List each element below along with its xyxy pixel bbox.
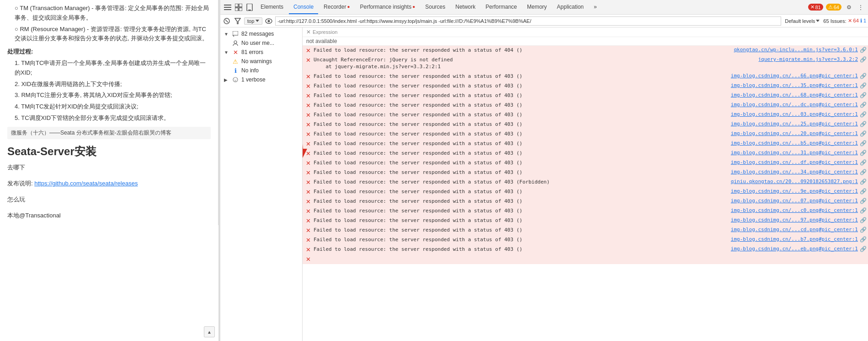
external-link-icon[interactable]: 🔗 [860,47,866,53]
row-message: Failed to load resource: the server resp… [314,217,727,224]
top-context-selector[interactable]: top [244,17,262,25]
external-link-icon[interactable]: 🔗 [860,130,866,137]
row-link[interactable]: img-blog.csdnimg.cn/...07.png#pic_center… [731,198,858,204]
row-link[interactable]: img-blog.csdnimg.cn/...b7.png#pic_center… [731,236,858,242]
row-link[interactable]: img-blog.csdnimg.cn/...20.png#pic_center… [731,130,858,136]
tab-network[interactable]: Network [451,0,480,14]
row-message: Failed to load resource: the server resp… [314,111,727,118]
left-content-panel: ○ TM (Transaction Manager) - 事务管理器: 定义全局… [0,0,218,225]
external-link-icon[interactable]: 🔗 [860,159,866,166]
console-row: ✕ Failed to load resource: the server re… [303,101,868,110]
row-link[interactable]: img-blog.csdnimg.cn/...03.png#pic_center… [731,111,858,117]
row-link[interactable]: img-blog.csdnimg.cn/...cd.png#pic_center… [731,227,858,233]
sidebar-item-messages[interactable]: ▼ 82 messages [220,29,302,38]
row-link[interactable]: img-blog.csdnimg.cn/...b5.png#pic_center… [731,140,858,146]
errors-label: 81 errors [241,49,298,55]
console-row: ✕ Failed to load resource: the server re… [303,158,868,168]
row-link[interactable]: qkongtao.cn/wp-inclu...min.js?ver=3.6.0:… [734,47,858,53]
external-link-icon[interactable]: 🔗 [860,140,866,146]
row-link[interactable]: img-blog.csdnimg.cn/...c0.png#pic_center… [731,207,858,213]
sidebar-item-user[interactable]: ▶ No user me... [220,38,302,48]
hamburger-icon[interactable] [222,2,233,13]
external-link-icon[interactable]: 🔗 [860,236,866,243]
row-message: Uncaught ReferenceError: jQuery is not d… [314,56,754,70]
sidebar-item-info[interactable]: ▶ ℹ No info [220,66,302,75]
row-message: Failed to load resource: the server resp… [314,130,727,137]
external-link-icon[interactable]: 🔗 [860,73,866,79]
row-link[interactable]: img-blog.csdnimg.cn/...df.png#pic_center… [731,159,858,165]
expression-close-button[interactable]: ✕ [306,29,311,35]
tab-memory[interactable]: Memory [522,0,551,14]
github-link[interactable]: https://github.com/seata/seata/releases [34,180,138,187]
svg-point-16 [234,41,237,43]
external-link-icon[interactable]: 🔗 [860,207,866,214]
row-error-icon: ✕ [304,150,312,157]
row-link[interactable]: img-blog.csdnimg.cn/...eb.png#pic_center… [731,246,858,252]
row-message: Failed to load resource: the server resp… [314,73,727,80]
row-link[interactable]: img-blog.csdnimg.cn/...35.png#pic_center… [731,82,858,88]
blog-link[interactable]: 微服务（十六）——Seata 分布式事务框架-左眼会陪右眼哭の博客 [7,127,211,139]
sidebar-item-warnings[interactable]: ▶ ⚠ No warnings [220,57,302,66]
sidebar-item-verbose[interactable]: ▶ v 1 verbose [220,75,302,84]
tab-performance-insights[interactable]: Performance insights ● [355,0,420,14]
scroll-down-button[interactable]: ▲ [204,326,215,337]
external-link-icon[interactable]: 🔗 [860,82,866,89]
row-link[interactable]: img-blog.csdnimg.cn/...34.png#pic_center… [731,169,858,175]
console-row: ✕ Failed to load resource: the server re… [303,130,868,139]
tab-application[interactable]: Application [552,0,588,14]
external-link-icon[interactable]: 🔗 [860,121,866,127]
console-row: ✕ Failed to load resource: the server re… [303,216,868,226]
svg-marker-11 [235,18,240,24]
external-link-icon[interactable]: 🔗 [860,227,866,233]
default-levels-dropdown[interactable]: Default levels [783,18,821,24]
tab-sources[interactable]: Sources [421,0,450,14]
external-link-icon[interactable]: 🔗 [860,102,866,108]
tab-performance[interactable]: Performance [481,0,522,14]
external-link-icon[interactable]: 🔗 [860,111,866,118]
console-row: ✕ Failed to load resource: the server re… [303,168,868,178]
row-link[interactable]: jquery-migrate.min.js?ver=3.3.2:2 [758,56,858,62]
external-link-icon[interactable]: 🔗 [860,188,866,195]
svg-rect-8 [248,10,251,11]
settings-button[interactable]: ⚙ [843,2,854,13]
row-message: Failed to load resource: the server resp… [314,188,727,195]
external-link-icon[interactable]: 🔗 [860,92,866,98]
console-row: ✕ Failed to load resource: the server re… [303,197,868,206]
external-link-icon[interactable]: 🔗 [860,56,866,63]
messages-label: 82 messages [241,31,298,37]
inspect-icon[interactable] [234,2,243,13]
external-link-icon[interactable]: 🔗 [860,169,866,175]
external-link-icon[interactable]: 🔗 [860,217,866,223]
external-link-icon[interactable]: 🔗 [860,150,866,156]
tab-console[interactable]: Console [289,0,318,14]
row-link[interactable]: img-blog.csdnimg.cn/...31.png#pic_center… [731,150,858,156]
tab-more[interactable]: » [589,0,602,14]
filter-icon[interactable] [233,16,242,26]
external-link-icon[interactable]: 🔗 [860,198,866,204]
row-link[interactable]: img-blog.csdnimg.cn/...25.png#pic_center… [731,121,858,127]
eye-button[interactable] [264,16,273,26]
row-message: Failed to load resource: the server resp… [314,121,727,128]
clear-console-button[interactable] [222,16,231,26]
external-link-icon[interactable]: 🔗 [860,246,866,252]
row-link[interactable]: img-blog.csdnimg.cn/...dc.png#pic_center… [731,102,858,108]
row-link[interactable]: img-blog.csdnimg.cn/...68.png#pic_center… [731,92,858,98]
console-row: ✕ Failed to load resource: the server re… [303,206,868,216]
sidebar-item-errors[interactable]: ▼ ✕ 81 errors [220,48,302,57]
filter-input[interactable] [275,16,781,26]
row-link[interactable]: qiniu.qkongtao.cn/20...0920182653827.png… [731,179,858,184]
tab-recorder[interactable]: Recorder ● [319,0,354,14]
messages-icon [232,31,239,37]
console-body: ▼ 82 messages ▶ No user me... ▼ ✕ 81 err… [220,27,868,341]
more-button[interactable]: ⋮ [855,2,866,13]
row-message: Failed to load resource: the server resp… [314,82,727,89]
row-link[interactable]: img-blog.csdnimg.cn/...97.png#pic_center… [731,217,858,223]
row-link[interactable]: img-blog.csdnimg.cn/...66.png#pic_center… [731,73,858,79]
device-icon[interactable] [244,2,255,13]
expand-arrow-messages: ▼ [224,32,229,37]
row-link[interactable]: img-blog.csdnimg.cn/...9e.png#pic_center… [731,188,858,194]
row-error-icon: ✕ [304,57,312,64]
external-link-icon[interactable]: 🔗 [860,179,866,185]
tab-elements[interactable]: Elements [256,0,288,14]
step-4: 4. TM向TC发起针对XID的全局提交或回滚决议; [15,102,211,112]
